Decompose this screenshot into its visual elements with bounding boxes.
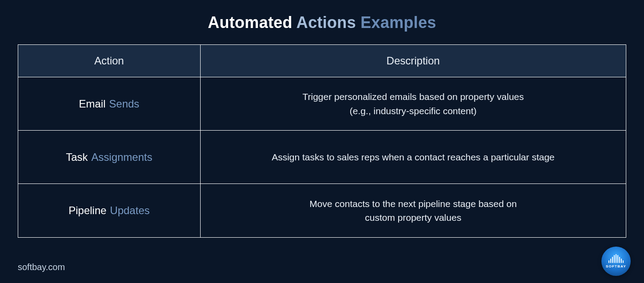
action-word-2: Updates [110,204,150,217]
header-action: Action [18,45,201,77]
action-word-1: Email [79,98,106,110]
action-cell: Task Assignments [18,131,201,183]
logo-bars-icon [608,254,624,263]
softbay-logo-icon: SOFTBAY [601,247,631,276]
action-word-2: Assignments [91,151,152,163]
table-row: Task Assignments Assign tasks to sales r… [18,131,626,184]
title-word-2: Actions [296,13,356,32]
action-word-1: Pipeline [68,204,106,217]
description-cell: Assign tasks to sales reps when a contac… [201,131,626,183]
footer-url: softbay.com [18,262,65,272]
description-text: Assign tasks to sales reps when a contac… [272,150,554,164]
action-cell: Pipeline Updates [18,184,201,237]
header-action-label: Action [94,55,124,67]
action-word-1: Task [66,151,87,163]
description-cell: Move contacts to the next pipeline stage… [201,184,626,237]
header-description: Description [201,45,626,77]
description-text: Trigger personalized emails based on pro… [302,90,524,118]
action-word-2: Sends [109,98,139,110]
action-cell: Email Sends [18,77,201,130]
description-text: Move contacts to the next pipeline stage… [309,197,517,225]
header-description-label: Description [387,55,440,67]
table-row: Pipeline Updates Move contacts to the ne… [18,184,626,237]
title-word-3: Examples [360,13,436,32]
actions-table: Action Description Email Sends Trigger p… [18,44,626,238]
title-word-1: Automated [208,13,292,32]
page-title: Automated Actions Examples [18,13,626,32]
logo-text: SOFTBAY [606,264,626,268]
description-cell: Trigger personalized emails based on pro… [201,77,626,130]
table-row: Email Sends Trigger personalized emails … [18,77,626,131]
table-header-row: Action Description [18,45,626,77]
